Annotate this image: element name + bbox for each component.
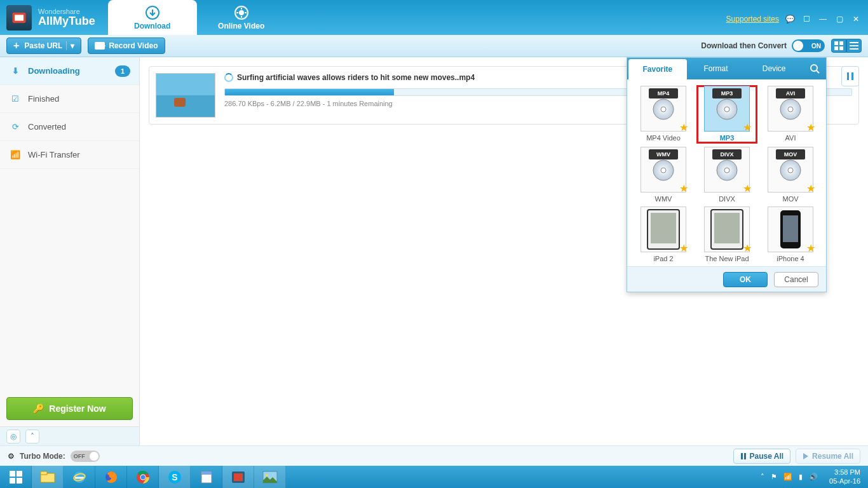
sidebar-item-label: Converted <box>28 122 66 132</box>
format-item-label: iPhone 4 <box>761 255 820 262</box>
star-icon: ★ <box>806 242 815 254</box>
view-grid-button[interactable] <box>831 39 846 53</box>
tray-date: 05-Apr-16 <box>829 477 860 485</box>
format-footer: OK Cancel <box>627 266 826 292</box>
tab-online-video[interactable]: Online Video <box>197 0 286 35</box>
record-video-button[interactable]: Record Video <box>88 37 165 54</box>
sidebar-item-converted[interactable]: ⟳ Converted <box>0 113 139 141</box>
pause-all-button[interactable]: Pause All <box>733 449 791 464</box>
finished-icon: ☑ <box>9 93 22 105</box>
status-bar: ⚙ Turbo Mode: OFF Pause All Resume All <box>0 445 868 466</box>
taskbar-chrome[interactable] <box>127 466 159 488</box>
svg-rect-35 <box>41 471 47 475</box>
converted-icon: ⟳ <box>9 121 22 133</box>
svg-rect-27 <box>741 453 743 459</box>
taskbar-allmytube[interactable] <box>222 466 254 488</box>
minimize-button[interactable]: — <box>817 15 829 24</box>
sidebar-item-finished[interactable]: ☑ Finished <box>0 85 139 113</box>
start-button[interactable] <box>0 466 32 488</box>
taskbar-ie[interactable] <box>64 466 95 488</box>
brand-text: Wondershare <box>38 8 95 15</box>
format-badge: DIVX <box>712 149 742 159</box>
format-item-mov[interactable]: MOV★MOV <box>761 147 820 203</box>
toggle-on-text: ON <box>811 43 821 50</box>
supported-sites-link[interactable]: Supported sites <box>726 15 779 24</box>
format-item-iphone-4[interactable]: ★iPhone 4 <box>761 207 820 262</box>
svg-point-41 <box>140 475 145 479</box>
ok-button[interactable]: OK <box>723 272 768 287</box>
format-grid: MP4★MP4 VideoMP3★MP3AVI★AVIWMV★WMVDIVX★D… <box>627 79 826 266</box>
star-icon: ★ <box>806 182 815 194</box>
sidebar-item-label: Downloading <box>28 66 80 76</box>
svg-point-14 <box>811 65 817 71</box>
format-badge: MOV <box>776 149 805 159</box>
paste-url-button[interactable]: + Paste URL ▾ <box>6 37 81 54</box>
register-now-button[interactable]: 🔑 Register Now <box>6 397 133 420</box>
camera-icon <box>95 42 105 50</box>
toggle-off-text: OFF <box>74 453 85 459</box>
sidebar-item-downloading[interactable]: ⬇ Downloading 1 <box>0 57 139 85</box>
tray-volume-icon[interactable]: 🔊 <box>809 473 818 481</box>
maximize-button[interactable]: ▢ <box>834 15 845 24</box>
system-tray: ˄ ⚑ 📶 ▮ 🔊 3:58 PM 05-Apr-16 <box>758 466 868 488</box>
tray-chevron-icon[interactable]: ˄ <box>761 473 764 481</box>
tray-clock[interactable]: 3:58 PM 05-Apr-16 <box>824 468 865 485</box>
format-tabs: Favorite Format Device <box>627 58 826 79</box>
svg-point-22 <box>661 168 666 173</box>
svg-point-20 <box>788 107 793 112</box>
view-list-button[interactable] <box>846 39 862 53</box>
sidebar-item-label: Wi-Fi Transfer <box>28 150 80 159</box>
tray-wifi-icon[interactable]: ▮ <box>799 473 803 481</box>
format-item-divx[interactable]: DIVX★DIVX <box>697 147 757 203</box>
collapse-sidebar-button[interactable]: ˄ <box>25 430 39 444</box>
tab-device[interactable]: Device <box>745 58 803 79</box>
taskbar-file-explorer[interactable] <box>32 466 64 488</box>
format-item-avi[interactable]: AVI★AVI <box>761 86 820 143</box>
turbo-mode-toggle[interactable]: OFF <box>71 451 100 462</box>
cancel-button[interactable]: Cancel <box>774 272 818 287</box>
gear-icon[interactable]: ⚙ <box>8 452 15 461</box>
tab-download-label: Download <box>134 22 170 30</box>
format-item-label: The New iPad <box>697 255 757 262</box>
format-thumb: MP3★ <box>704 86 750 132</box>
star-icon: ★ <box>743 182 752 194</box>
toolbar: + Paste URL ▾ Record Video Download then… <box>0 35 868 57</box>
feedback-icon[interactable]: 💬 <box>784 15 796 24</box>
register-label: Register Now <box>49 403 105 414</box>
tab-favorite[interactable]: Favorite <box>628 59 687 79</box>
close-button[interactable]: ✕ <box>850 15 862 24</box>
iphone-icon <box>780 210 801 248</box>
format-search-button[interactable] <box>803 58 826 79</box>
star-icon: ★ <box>679 121 688 133</box>
tab-format[interactable]: Format <box>687 58 745 79</box>
sidebar-item-wifi-transfer[interactable]: 📶 Wi-Fi Transfer <box>0 141 139 169</box>
resume-all-button[interactable]: Resume All <box>796 449 860 464</box>
format-item-ipad-2[interactable]: ★iPad 2 <box>634 207 693 262</box>
lang-icon[interactable]: ☐ <box>801 15 812 24</box>
tab-download[interactable]: Download <box>108 0 197 35</box>
taskbar-photos[interactable] <box>254 466 286 488</box>
svg-rect-5 <box>834 41 838 45</box>
format-badge: MP3 <box>712 88 742 98</box>
taskbar-notepad[interactable] <box>191 466 222 488</box>
svg-rect-8 <box>839 46 843 50</box>
format-item-wmv[interactable]: WMV★WMV <box>634 147 693 203</box>
download-then-convert-toggle[interactable]: ON <box>792 39 825 52</box>
taskbar-firefox[interactable] <box>95 466 127 488</box>
format-item-mp3[interactable]: MP3★MP3 <box>697 86 757 143</box>
star-icon: ★ <box>679 242 688 254</box>
svg-marker-29 <box>803 453 808 459</box>
format-item-label: AVI <box>761 134 820 142</box>
taskbar-skype[interactable]: S <box>159 466 191 488</box>
view-mode-switch <box>831 39 862 53</box>
format-item-mp4-video[interactable]: MP4★MP4 Video <box>634 86 693 143</box>
pause-item-button[interactable] <box>841 66 859 86</box>
tray-flag-icon[interactable]: ⚑ <box>771 473 777 481</box>
svg-rect-12 <box>847 72 849 80</box>
format-thumb: ★ <box>704 207 750 252</box>
library-location-button[interactable]: ◎ <box>6 430 20 444</box>
format-item-the-new-ipad[interactable]: ★The New iPad <box>697 207 757 262</box>
tray-network-icon[interactable]: 📶 <box>783 473 792 481</box>
format-item-label: MP4 Video <box>634 134 693 142</box>
svg-rect-33 <box>17 478 22 484</box>
